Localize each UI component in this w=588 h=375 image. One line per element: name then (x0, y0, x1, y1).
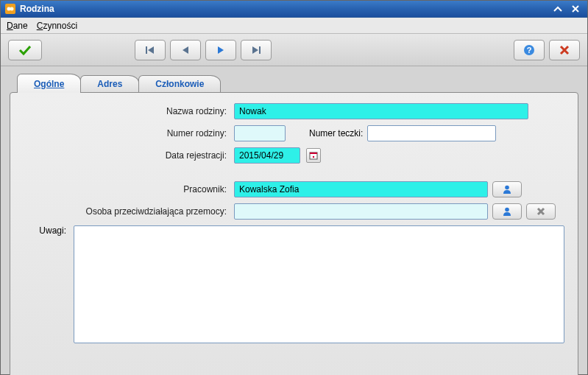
person-icon (502, 206, 512, 217)
label-nazwa-rodziny: Nazwa rodziny: (24, 106, 230, 116)
svg-rect-3 (259, 46, 261, 54)
nav-first-button[interactable] (135, 40, 166, 60)
clear-osoba-button[interactable] (526, 203, 556, 220)
input-data-rejestracji[interactable] (234, 147, 300, 164)
label-numer-rodziny: Numer rodziny: (24, 128, 230, 139)
select-pracownik-button[interactable] (492, 181, 522, 197)
menubar: Dane Czynności (1, 18, 587, 34)
textarea-uwagi[interactable] (74, 225, 564, 343)
svg-text:?: ? (527, 46, 532, 55)
svg-rect-7 (310, 153, 317, 154)
svg-rect-2 (146, 46, 147, 54)
label-uwagi: Uwagi: (24, 225, 69, 236)
menu-czynnosci[interactable]: Czynności (37, 21, 77, 31)
menu-dane[interactable]: Dane (7, 21, 28, 31)
svg-point-1 (10, 7, 14, 11)
toolbar: ? (1, 34, 587, 66)
tab-ogolne[interactable]: Ogólne (17, 74, 81, 93)
window-frame: Rodzina Dane Czynności (0, 0, 588, 375)
tab-adres[interactable]: Adres (80, 75, 139, 93)
label-osoba-przeciw: Osoba przeciwdziałająca przemocy: (24, 206, 230, 217)
titlebar: Rodzina (1, 1, 587, 18)
calendar-icon (309, 151, 318, 160)
select-osoba-button[interactable] (492, 203, 522, 220)
label-pracownik: Pracownik: (24, 184, 230, 194)
svg-point-8 (313, 156, 314, 158)
person-icon (502, 184, 512, 194)
nav-next-button[interactable] (205, 40, 236, 60)
svg-point-9 (505, 186, 509, 190)
input-osoba-przeciw[interactable] (234, 203, 488, 220)
content-area: Ogólne Adres Członkowie Nazwa rodziny: N… (1, 66, 587, 375)
nav-last-button[interactable] (241, 40, 272, 60)
label-data-rejestracji: Data rejestracji: (24, 150, 230, 161)
tab-czlonkowie[interactable]: Członkowie (138, 75, 221, 93)
window-title: Rodzina (20, 4, 54, 14)
input-pracownik[interactable] (234, 181, 488, 197)
close-window-button[interactable] (568, 3, 583, 15)
svg-point-10 (505, 208, 509, 212)
tabstrip: Ogólne Adres Członkowie (17, 74, 578, 93)
tab-panel-ogolne: Nazwa rodziny: Numer rodziny: Numer tecz… (10, 92, 578, 375)
clear-icon (536, 207, 545, 216)
input-nazwa-rodziny[interactable] (234, 103, 528, 119)
nav-prev-button[interactable] (170, 40, 201, 60)
input-numer-rodziny[interactable] (234, 125, 286, 141)
help-button[interactable]: ? (514, 40, 545, 60)
close-button[interactable] (549, 40, 580, 60)
label-numer-teczki: Numer teczki: (309, 128, 363, 139)
accept-button[interactable] (8, 40, 42, 60)
input-numer-teczki[interactable] (367, 125, 496, 141)
app-icon (5, 4, 15, 14)
minimize-button[interactable] (550, 3, 565, 15)
datepicker-button[interactable] (306, 148, 321, 163)
